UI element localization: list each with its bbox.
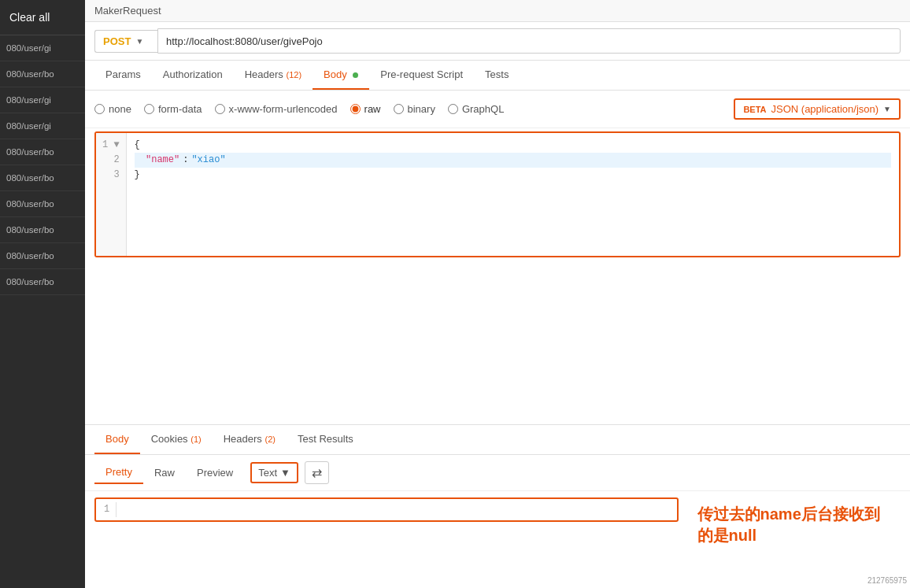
json-type-selector[interactable]: BETA JSON (application/json) ▼ — [734, 98, 901, 120]
radio-binary[interactable] — [394, 104, 404, 114]
option-raw-label: raw — [364, 103, 381, 115]
request-title: MakerRequest — [85, 0, 910, 22]
sidebar-item-7[interactable]: 080/user/bo — [0, 217, 85, 243]
tab-authorization-label: Authorization — [163, 68, 223, 80]
line-num-2: 2 — [102, 153, 120, 168]
code-line-3: } — [135, 168, 891, 183]
response-section: Body Cookies (1) Headers (2) Test Result… — [85, 424, 910, 589]
tab-authorization[interactable]: Authorization — [152, 61, 234, 90]
resp-preview-btn[interactable]: Preview — [186, 462, 244, 483]
method-select[interactable]: POST ▼ — [94, 30, 157, 53]
null-note: 传过去的name后台接收到的是null — [688, 497, 901, 553]
option-graphql-label: GraphQL — [462, 103, 504, 115]
resp-format-label: Text — [258, 467, 277, 479]
response-line-block: 1 — [94, 497, 679, 522]
sidebar-item-4[interactable]: 080/user/bo — [0, 139, 85, 165]
option-none-label: none — [109, 103, 131, 115]
sidebar-item-1[interactable]: 080/user/bo — [0, 61, 85, 87]
sidebar-item-2[interactable]: 080/user/gi — [0, 87, 85, 113]
method-chevron-icon: ▼ — [135, 37, 143, 46]
option-binary[interactable]: binary — [394, 103, 435, 115]
line-num-1: 1 ▼ — [102, 138, 120, 153]
radio-form-data[interactable] — [144, 104, 154, 114]
cookies-badge: (1) — [191, 435, 201, 444]
response-body-empty — [124, 502, 668, 517]
resp-tab-headers-label: Headers — [224, 433, 262, 445]
clear-all-button[interactable]: Clear all — [0, 0, 85, 35]
code-line-1: { — [135, 138, 891, 153]
resp-raw-btn[interactable]: Raw — [143, 462, 186, 483]
radio-none[interactable] — [94, 104, 105, 114]
tab-pre-request-label: Pre-request Script — [380, 68, 463, 80]
open-brace: { — [135, 138, 140, 153]
resp-tab-cookies-label: Cookies — [151, 433, 188, 445]
code-editor[interactable]: 1 ▼ 2 3 { "name" : "xiao" } — [94, 131, 901, 257]
watermark: 212765975 — [867, 576, 907, 585]
body-dot-indicator — [353, 72, 358, 78]
radio-graphql[interactable] — [448, 104, 458, 114]
tab-headers-label: Headers — [245, 68, 283, 80]
resp-tab-cookies[interactable]: Cookies (1) — [140, 425, 213, 454]
code-colon: : — [183, 153, 188, 168]
code-content: { "name" : "xiao" } — [127, 133, 899, 256]
resp-tab-body[interactable]: Body — [94, 425, 140, 454]
option-form-data[interactable]: form-data — [144, 103, 202, 115]
tab-body[interactable]: Body — [313, 61, 369, 90]
headers-badge: (12) — [286, 70, 301, 80]
option-graphql[interactable]: GraphQL — [448, 103, 504, 115]
main-panel: MakerRequest POST ▼ Params Authorization… — [85, 0, 910, 588]
close-brace: } — [135, 168, 140, 183]
tab-params[interactable]: Params — [94, 61, 152, 90]
code-value: "xiao" — [191, 153, 225, 168]
radio-urlencoded[interactable] — [215, 104, 225, 114]
beta-badge: BETA — [743, 105, 766, 114]
option-form-data-label: form-data — [158, 103, 202, 115]
editor-spacer — [85, 261, 910, 424]
resp-headers-badge: (2) — [264, 435, 275, 444]
response-content-area: 1 传过去的name后台接收到的是null — [85, 491, 910, 589]
response-line-number: 1 — [104, 502, 117, 517]
resp-wrap-btn[interactable]: ⇄ — [305, 461, 329, 484]
tab-tests[interactable]: Tests — [474, 61, 520, 90]
resp-format-select[interactable]: Text ▼ — [250, 462, 298, 483]
code-line-2: "name" : "xiao" — [135, 153, 891, 168]
sidebar-item-5[interactable]: 080/user/bo — [0, 165, 85, 191]
url-input[interactable] — [157, 28, 901, 54]
resp-tab-headers[interactable]: Headers (2) — [213, 425, 287, 454]
resp-pretty-btn[interactable]: Pretty — [94, 461, 143, 484]
resp-format-chevron-icon: ▼ — [280, 467, 290, 479]
tab-headers[interactable]: Headers (12) — [234, 61, 313, 90]
sidebar-item-0[interactable]: 080/user/gi — [0, 35, 85, 61]
option-none[interactable]: none — [94, 103, 131, 115]
option-binary-label: binary — [408, 103, 435, 115]
code-key: "name" — [135, 153, 180, 168]
tab-tests-label: Tests — [485, 68, 509, 80]
body-options-row: none form-data x-www-form-urlencoded raw… — [85, 91, 910, 128]
option-urlencoded[interactable]: x-www-form-urlencoded — [215, 103, 338, 115]
resp-tab-body-label: Body — [105, 433, 129, 445]
response-body-options: Pretty Raw Preview Text ▼ ⇄ — [85, 455, 910, 491]
resp-tab-test-results-label: Test Results — [298, 433, 353, 445]
radio-raw[interactable] — [350, 104, 361, 114]
sidebar-item-3[interactable]: 080/user/gi — [0, 113, 85, 139]
json-type-label: JSON (application/json) — [771, 103, 879, 115]
line-numbers: 1 ▼ 2 3 — [96, 133, 127, 256]
line-num-3: 3 — [102, 168, 120, 183]
sidebar: Clear all 080/user/gi 080/user/bo 080/us… — [0, 0, 85, 588]
request-tabs: Params Authorization Headers (12) Body P… — [85, 61, 910, 91]
resp-tab-test-results[interactable]: Test Results — [287, 425, 364, 454]
tab-body-label: Body — [324, 68, 347, 80]
sidebar-item-6[interactable]: 080/user/bo — [0, 191, 85, 217]
option-raw[interactable]: raw — [350, 103, 381, 115]
option-urlencoded-label: x-www-form-urlencoded — [229, 103, 338, 115]
request-bar: POST ▼ — [85, 22, 910, 61]
sidebar-item-9[interactable]: 080/user/bo — [0, 269, 85, 295]
method-label: POST — [103, 35, 131, 47]
response-tabs: Body Cookies (1) Headers (2) Test Result… — [85, 425, 910, 455]
sidebar-item-8[interactable]: 080/user/bo — [0, 243, 85, 269]
tab-params-label: Params — [105, 68, 141, 80]
tab-pre-request-script[interactable]: Pre-request Script — [369, 61, 474, 90]
json-type-chevron-icon: ▼ — [883, 105, 891, 113]
